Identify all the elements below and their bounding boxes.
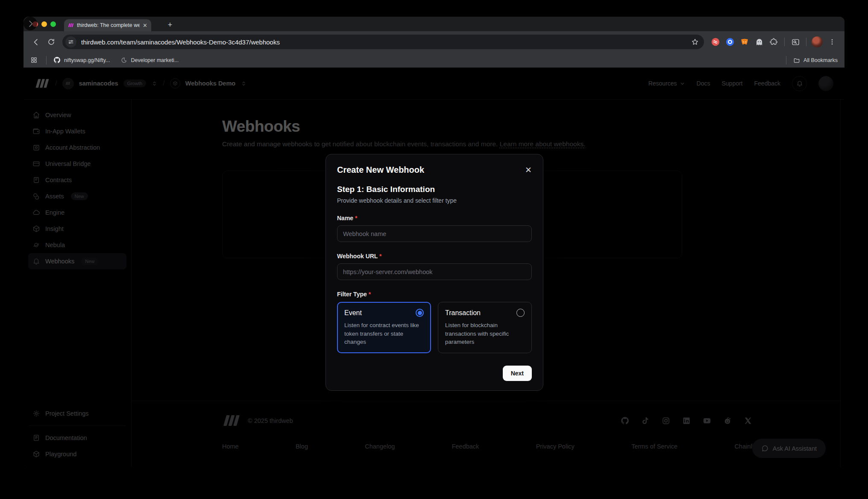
- webhook-name-input[interactable]: [337, 225, 532, 242]
- filter-option-title: Transaction: [445, 309, 481, 317]
- close-icon[interactable]: ✕: [525, 166, 532, 174]
- filter-type-label: Filter Type *: [337, 291, 532, 298]
- minimize-window-button[interactable]: [41, 21, 47, 27]
- url-label-text: Webhook URL: [337, 253, 378, 260]
- side-panel-search-icon[interactable]: [789, 35, 802, 48]
- reload-icon[interactable]: [44, 35, 58, 49]
- webhook-url-input[interactable]: [337, 263, 532, 280]
- bookmark-item-niftyswap[interactable]: niftyswap.gg/Nifty...: [53, 56, 110, 64]
- filter-option-event[interactable]: Event Listen for contract events like to…: [337, 302, 431, 353]
- filter-option-description: Listen for blockchain transactions with …: [445, 321, 525, 346]
- metamask-icon[interactable]: [738, 35, 751, 48]
- radio-unselected-icon[interactable]: [516, 309, 525, 317]
- modal-title: Create New Webhook: [337, 165, 424, 175]
- filter-option-description: Listen for contract events like token tr…: [344, 321, 424, 346]
- all-bookmarks-button[interactable]: All Bookmarks: [793, 57, 838, 64]
- crescent-icon: [121, 57, 127, 63]
- address-bar[interactable]: thirdweb.com/team/saminacodes/Webhooks-D…: [62, 35, 704, 49]
- required-asterisk: *: [369, 291, 371, 298]
- site-settings-icon[interactable]: [65, 36, 76, 47]
- create-webhook-modal: Create New Webhook ✕ Step 1: Basic Infor…: [326, 154, 543, 391]
- bookmarks-bar: niftyswap.gg/Nifty... Developer marketi.…: [23, 53, 845, 68]
- bookmarks-separator: [786, 56, 786, 65]
- thirdweb-favicon: [68, 22, 74, 28]
- filter-option-transaction[interactable]: Transaction Listen for blockchain transa…: [438, 302, 532, 353]
- maximize-window-button[interactable]: [50, 21, 56, 27]
- next-button[interactable]: Next: [503, 366, 532, 381]
- extension-icon-red[interactable]: [709, 35, 722, 48]
- github-icon: [53, 56, 61, 64]
- tab-strip: thirdweb: The complete web3 ✕ +: [23, 17, 845, 31]
- step-subtitle: Provide webhook details and select filte…: [337, 197, 532, 204]
- browser-toolbar: thirdweb.com/team/saminacodes/Webhooks-D…: [23, 31, 845, 53]
- bookmark-item-developer-marketing[interactable]: Developer marketi...: [121, 57, 179, 63]
- name-label-text: Name: [337, 215, 353, 221]
- browser-profile-avatar[interactable]: [812, 36, 823, 47]
- extensions-puzzle-icon[interactable]: [767, 35, 780, 48]
- all-bookmarks-label: All Bookmarks: [803, 57, 838, 63]
- browser-window: thirdweb: The complete web3 ✕ + thirdweb…: [23, 17, 845, 467]
- back-icon[interactable]: [29, 35, 43, 49]
- toolbar-separator: [784, 38, 785, 46]
- page-content: / saminacodes Growth / Webhooks Demo: [23, 68, 845, 467]
- toolbar-separator: [806, 38, 806, 46]
- required-asterisk: *: [355, 215, 357, 221]
- tab-close-icon[interactable]: ✕: [143, 23, 147, 28]
- url-label: Webhook URL *: [337, 253, 532, 260]
- phantom-ghost-icon[interactable]: [753, 35, 765, 48]
- url-text[interactable]: thirdweb.com/team/saminacodes/Webhooks-D…: [81, 38, 686, 46]
- folder-icon: [793, 57, 800, 64]
- new-tab-button[interactable]: +: [164, 19, 176, 30]
- browser-menu-icon[interactable]: [825, 35, 839, 49]
- extension-icon-blue[interactable]: [724, 35, 736, 48]
- required-asterisk: *: [379, 253, 381, 260]
- bookmark-star-icon[interactable]: [691, 38, 699, 46]
- step-title: Step 1: Basic Information: [337, 185, 532, 194]
- bookmarks-separator: [46, 56, 47, 65]
- radio-selected-icon[interactable]: [416, 309, 424, 317]
- bookmark-label: Developer marketi...: [131, 57, 179, 63]
- forward-icon[interactable]: [23, 17, 37, 30]
- filter-option-title: Event: [344, 309, 362, 317]
- bookmark-label: niftyswap.gg/Nifty...: [64, 57, 110, 63]
- tab-title: thirdweb: The complete web3: [77, 22, 140, 28]
- apps-grid-icon[interactable]: [30, 56, 38, 64]
- filter-type-label-text: Filter Type: [337, 291, 367, 298]
- browser-tab[interactable]: thirdweb: The complete web3 ✕: [64, 19, 151, 31]
- name-label: Name *: [337, 215, 532, 221]
